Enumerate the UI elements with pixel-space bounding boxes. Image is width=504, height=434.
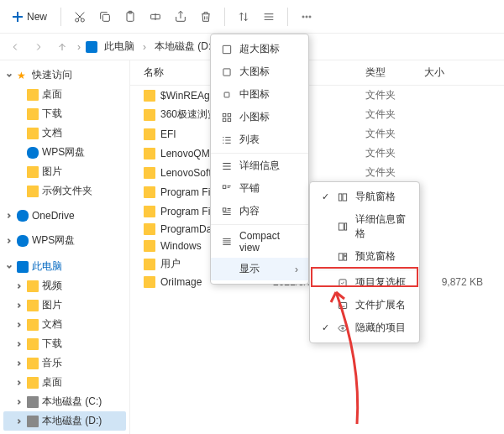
crumb-root[interactable]: 此电脑	[101, 38, 138, 55]
tree-item[interactable]: 文档	[3, 123, 126, 143]
svg-rect-20	[339, 223, 344, 230]
tree-label: OneDrive	[32, 210, 75, 222]
checkmark-icon	[320, 278, 330, 288]
submenu-item[interactable]: 隐藏的项目	[310, 316, 419, 339]
menu-item[interactable]: 详细信息	[211, 153, 308, 177]
submenu-item[interactable]: 项目复选框	[310, 269, 419, 294]
tree-item[interactable]: 示例文件夹	[3, 181, 126, 201]
submenu-item[interactable]: 详细信息窗格	[310, 208, 419, 245]
tree-item[interactable]: 本地磁盘 (C:)	[3, 392, 126, 411]
tree-item[interactable]: 下载	[3, 334, 126, 353]
divider	[224, 8, 225, 26]
crumb-drive[interactable]: 本地磁盘 (D:)	[151, 38, 218, 55]
tree-label: 示例文件夹	[42, 184, 92, 198]
submenu-item[interactable]: 导航窗格	[310, 186, 419, 208]
svg-rect-19	[343, 193, 347, 200]
tree-label: WPS网盘	[42, 145, 85, 159]
new-button[interactable]: New	[5, 8, 54, 26]
back-button[interactable]	[5, 37, 25, 57]
menu-item[interactable]: 超大图标	[211, 38, 308, 60]
menu-item[interactable]: 平铺	[211, 177, 308, 200]
cut-icon[interactable]	[68, 5, 92, 29]
menu-label: 详细信息	[239, 159, 280, 173]
col-type[interactable]: 类型	[365, 65, 424, 80]
file-name: Windows	[160, 240, 202, 252]
copy-icon[interactable]	[93, 5, 117, 29]
folder-icon	[144, 276, 155, 288]
menu-item[interactable]: 显示›	[211, 258, 308, 280]
menu-item[interactable]: 中图标	[211, 83, 308, 106]
new-label: New	[27, 11, 47, 23]
tree-item[interactable]: 系统 (E:)	[3, 431, 126, 434]
file-size: 9,872 KB	[424, 276, 483, 288]
tree-item[interactable]: WPS网盘	[3, 231, 126, 250]
svg-point-8	[309, 16, 311, 18]
folder-icon	[27, 377, 39, 389]
menu-item[interactable]: Compact view	[211, 224, 308, 258]
tree-item[interactable]: 图片	[3, 295, 126, 315]
checkmark-icon	[320, 301, 330, 311]
menu-item[interactable]: 列表	[211, 128, 308, 151]
folder-icon	[17, 235, 29, 247]
chevron-icon	[15, 91, 24, 99]
folder-icon	[27, 166, 39, 178]
file-row[interactable]: $WinREAgent2:15文件夹	[130, 86, 504, 105]
tree-item[interactable]: ★快速访问	[3, 65, 126, 85]
folder-icon	[144, 240, 155, 252]
rename-icon[interactable]	[144, 5, 167, 29]
tree-label: 文档	[42, 317, 62, 332]
tree-label: 图片	[42, 165, 62, 179]
tree-item[interactable]: 文档	[3, 315, 126, 334]
tree-item[interactable]: 图片	[3, 162, 126, 181]
svg-point-6	[302, 16, 304, 18]
svg-rect-22	[339, 253, 343, 259]
tree-item[interactable]: 音乐	[3, 353, 126, 373]
chevron-icon	[15, 149, 24, 157]
sidebar: ★快速访问桌面下载文档WPS网盘图片示例文件夹OneDriveWPS网盘此电脑视…	[0, 60, 130, 434]
folder-icon	[144, 206, 155, 217]
paste-icon[interactable]	[118, 5, 142, 29]
folder-icon	[144, 148, 155, 159]
menu-item[interactable]: 大图标	[211, 60, 308, 83]
chevron-icon	[15, 340, 24, 348]
folder-icon	[17, 210, 29, 222]
det-icon	[337, 221, 349, 233]
submenu-item[interactable]: 文件扩展名	[310, 294, 419, 316]
menu-label: Compact view	[239, 230, 298, 254]
chevron-icon	[15, 359, 24, 368]
file-row[interactable]: LenovoSoftstore6 23:31文件夹	[130, 163, 504, 182]
tree-item[interactable]: 本地磁盘 (D:)	[3, 411, 126, 431]
tree-item[interactable]: 下载	[3, 104, 126, 123]
tree-item[interactable]: 视频	[3, 276, 126, 295]
forward-button[interactable]	[29, 37, 49, 57]
tree-item[interactable]: 桌面	[3, 85, 126, 104]
chevron-icon	[15, 301, 24, 310]
tree-item[interactable]: 桌面	[3, 373, 126, 392]
submenu-item[interactable]: 预览窗格	[310, 245, 419, 268]
folder-icon	[144, 109, 155, 121]
file-row[interactable]: 360极速浏览器下载3 17:26文件夹	[130, 105, 504, 124]
more-icon[interactable]	[295, 5, 318, 29]
tree-label: 文档	[42, 126, 62, 140]
tree-item[interactable]: WPS网盘	[3, 143, 126, 162]
tile-icon	[221, 183, 233, 195]
share-icon[interactable]	[169, 5, 192, 29]
lg-icon	[221, 66, 233, 78]
view-icon[interactable]	[257, 5, 281, 29]
sort-icon[interactable]	[232, 5, 255, 29]
tree-label: 桌面	[42, 87, 62, 102]
svg-rect-26	[339, 302, 346, 308]
col-size[interactable]: 大小	[424, 65, 483, 80]
menu-label: 隐藏的项目	[355, 321, 406, 335]
menu-item[interactable]: 小图标	[211, 106, 308, 128]
tree-item[interactable]: OneDrive	[3, 207, 126, 224]
svg-rect-17	[223, 207, 226, 211]
file-type: 文件夹	[365, 146, 424, 160]
delete-icon[interactable]	[194, 5, 218, 29]
up-button[interactable]	[52, 37, 72, 57]
file-row[interactable]: LenovoQMDownlo…6 19:40文件夹	[130, 144, 504, 163]
folder-icon	[144, 186, 155, 198]
file-row[interactable]: EFI6 17:18文件夹	[130, 124, 504, 144]
tree-item[interactable]: 此电脑	[3, 257, 126, 276]
menu-item[interactable]: 内容	[211, 200, 308, 222]
